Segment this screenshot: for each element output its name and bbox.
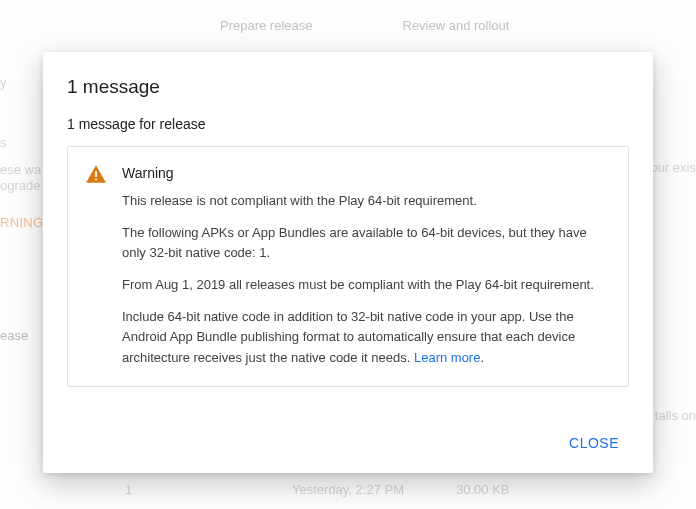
dialog-actions: Close (67, 427, 629, 459)
warning-card: Warning This release is not compliant wi… (67, 146, 629, 387)
dialog-subtitle: 1 message for release (67, 116, 629, 132)
warning-paragraph: Include 64-bit native code in addition t… (122, 307, 610, 367)
warning-body: Warning This release is not compliant wi… (122, 163, 610, 368)
warning-paragraph: This release is not compliant with the P… (122, 191, 610, 211)
dialog-title: 1 message (67, 76, 629, 98)
messages-dialog: 1 message 1 message for release Warning … (43, 52, 653, 473)
warning-heading: Warning (122, 163, 610, 185)
svg-rect-1 (95, 179, 97, 181)
warning-paragraph: The following APKs or App Bundles are av… (122, 223, 610, 263)
svg-rect-0 (95, 171, 97, 177)
learn-more-link[interactable]: Learn more (414, 350, 480, 365)
close-button[interactable]: Close (559, 427, 629, 459)
warning-icon (86, 165, 106, 368)
warning-text: Include 64-bit native code in addition t… (122, 309, 575, 364)
warning-text-period: . (480, 350, 484, 365)
warning-paragraph: From Aug 1, 2019 all releases must be co… (122, 275, 610, 295)
